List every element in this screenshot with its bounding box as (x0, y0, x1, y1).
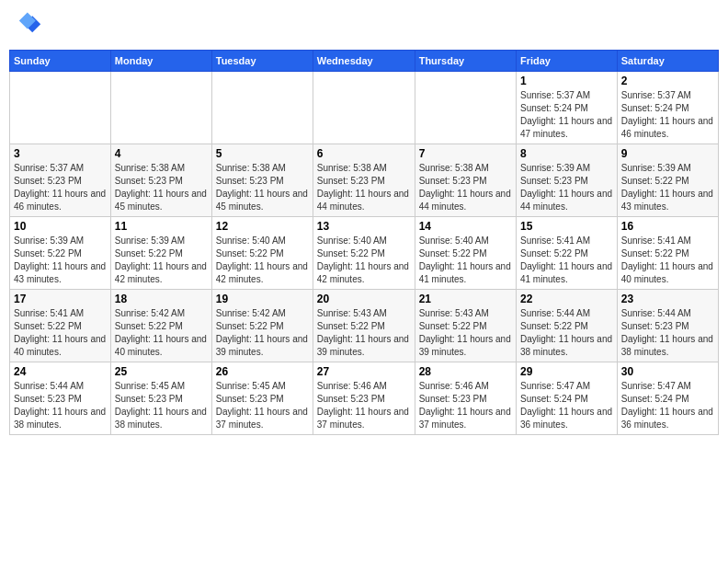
day-info: Sunrise: 5:41 AM Sunset: 5:22 PM Dayligh… (14, 307, 107, 359)
day-info: Sunrise: 5:41 AM Sunset: 5:22 PM Dayligh… (621, 235, 714, 286)
week-row-0: 1Sunrise: 5:37 AM Sunset: 5:24 PM Daylig… (10, 72, 719, 144)
day-number: 15 (520, 220, 613, 233)
calendar-cell (415, 72, 516, 144)
day-number: 1 (520, 75, 613, 87)
logo (9, 9, 46, 42)
day-number: 12 (216, 220, 309, 233)
day-number: 18 (115, 293, 208, 305)
calendar-header: SundayMondayTuesdayWednesdayThursdayFrid… (10, 51, 719, 72)
header-day-saturday: Saturday (617, 51, 718, 72)
day-info: Sunrise: 5:45 AM Sunset: 5:23 PM Dayligh… (115, 380, 208, 431)
day-number: 26 (216, 365, 309, 378)
day-number: 16 (621, 220, 714, 233)
calendar-cell: 8Sunrise: 5:39 AM Sunset: 5:23 PM Daylig… (516, 144, 617, 217)
day-number: 22 (520, 293, 613, 305)
header-row: SundayMondayTuesdayWednesdayThursdayFrid… (10, 51, 719, 72)
day-info: Sunrise: 5:44 AM Sunset: 5:23 PM Dayligh… (14, 380, 107, 431)
day-number: 24 (14, 365, 107, 378)
day-number: 10 (14, 220, 107, 233)
calendar-cell: 5Sunrise: 5:38 AM Sunset: 5:23 PM Daylig… (211, 144, 313, 217)
day-info: Sunrise: 5:42 AM Sunset: 5:22 PM Dayligh… (216, 307, 309, 359)
page-header (9, 9, 719, 42)
calendar-cell: 26Sunrise: 5:45 AM Sunset: 5:23 PM Dayli… (211, 362, 313, 435)
calendar-cell: 13Sunrise: 5:40 AM Sunset: 5:22 PM Dayli… (313, 217, 415, 290)
day-number: 21 (419, 293, 512, 305)
day-info: Sunrise: 5:37 AM Sunset: 5:24 PM Dayligh… (520, 89, 613, 141)
day-info: Sunrise: 5:47 AM Sunset: 5:24 PM Dayligh… (621, 380, 714, 431)
day-number: 28 (419, 365, 512, 378)
calendar-cell: 4Sunrise: 5:38 AM Sunset: 5:23 PM Daylig… (110, 144, 211, 217)
header-day-tuesday: Tuesday (211, 51, 313, 72)
day-number: 5 (216, 147, 309, 160)
day-info: Sunrise: 5:45 AM Sunset: 5:23 PM Dayligh… (216, 380, 309, 431)
day-info: Sunrise: 5:44 AM Sunset: 5:22 PM Dayligh… (520, 307, 613, 359)
calendar-cell: 6Sunrise: 5:38 AM Sunset: 5:23 PM Daylig… (313, 144, 415, 217)
calendar-cell: 9Sunrise: 5:39 AM Sunset: 5:22 PM Daylig… (617, 144, 718, 217)
calendar-cell (211, 72, 313, 144)
calendar-cell: 12Sunrise: 5:40 AM Sunset: 5:22 PM Dayli… (211, 217, 313, 290)
day-info: Sunrise: 5:39 AM Sunset: 5:23 PM Dayligh… (520, 162, 613, 213)
day-number: 2 (621, 75, 714, 87)
day-number: 29 (520, 365, 613, 378)
calendar-cell: 24Sunrise: 5:44 AM Sunset: 5:23 PM Dayli… (10, 362, 111, 435)
day-info: Sunrise: 5:38 AM Sunset: 5:23 PM Dayligh… (419, 162, 512, 213)
day-info: Sunrise: 5:38 AM Sunset: 5:23 PM Dayligh… (115, 162, 208, 213)
day-info: Sunrise: 5:43 AM Sunset: 5:22 PM Dayligh… (317, 307, 411, 359)
calendar-cell: 23Sunrise: 5:44 AM Sunset: 5:23 PM Dayli… (617, 290, 718, 362)
day-info: Sunrise: 5:42 AM Sunset: 5:22 PM Dayligh… (115, 307, 208, 359)
day-number: 13 (317, 220, 411, 233)
day-number: 3 (14, 147, 107, 160)
day-info: Sunrise: 5:43 AM Sunset: 5:22 PM Dayligh… (419, 307, 512, 359)
day-info: Sunrise: 5:37 AM Sunset: 5:23 PM Dayligh… (14, 162, 107, 213)
calendar-cell: 18Sunrise: 5:42 AM Sunset: 5:22 PM Dayli… (110, 290, 211, 362)
day-number: 25 (115, 365, 208, 378)
day-number: 19 (216, 293, 309, 305)
day-info: Sunrise: 5:39 AM Sunset: 5:22 PM Dayligh… (14, 235, 107, 286)
calendar-cell: 17Sunrise: 5:41 AM Sunset: 5:22 PM Dayli… (10, 290, 111, 362)
header-day-thursday: Thursday (415, 51, 516, 72)
day-number: 17 (14, 293, 107, 305)
header-day-monday: Monday (110, 51, 211, 72)
calendar-cell: 21Sunrise: 5:43 AM Sunset: 5:22 PM Dayli… (415, 290, 516, 362)
day-info: Sunrise: 5:41 AM Sunset: 5:22 PM Dayligh… (520, 235, 613, 286)
day-number: 6 (317, 147, 411, 160)
header-day-friday: Friday (516, 51, 617, 72)
calendar-cell: 1Sunrise: 5:37 AM Sunset: 5:24 PM Daylig… (516, 72, 617, 144)
day-info: Sunrise: 5:46 AM Sunset: 5:23 PM Dayligh… (419, 380, 512, 431)
week-row-2: 10Sunrise: 5:39 AM Sunset: 5:22 PM Dayli… (10, 217, 719, 290)
day-number: 20 (317, 293, 411, 305)
day-info: Sunrise: 5:37 AM Sunset: 5:24 PM Dayligh… (621, 89, 714, 141)
day-info: Sunrise: 5:38 AM Sunset: 5:23 PM Dayligh… (216, 162, 309, 213)
day-info: Sunrise: 5:38 AM Sunset: 5:23 PM Dayligh… (317, 162, 411, 213)
day-number: 30 (621, 365, 714, 378)
week-row-4: 24Sunrise: 5:44 AM Sunset: 5:23 PM Dayli… (10, 362, 719, 435)
calendar-table: SundayMondayTuesdayWednesdayThursdayFrid… (9, 50, 719, 435)
calendar-cell (313, 72, 415, 144)
calendar-cell: 19Sunrise: 5:42 AM Sunset: 5:22 PM Dayli… (211, 290, 313, 362)
day-info: Sunrise: 5:39 AM Sunset: 5:22 PM Dayligh… (621, 162, 714, 213)
calendar-cell: 20Sunrise: 5:43 AM Sunset: 5:22 PM Dayli… (313, 290, 415, 362)
calendar-cell: 10Sunrise: 5:39 AM Sunset: 5:22 PM Dayli… (10, 217, 111, 290)
day-info: Sunrise: 5:44 AM Sunset: 5:23 PM Dayligh… (621, 307, 714, 359)
calendar-cell: 16Sunrise: 5:41 AM Sunset: 5:22 PM Dayli… (617, 217, 718, 290)
calendar-cell: 27Sunrise: 5:46 AM Sunset: 5:23 PM Dayli… (313, 362, 415, 435)
day-number: 11 (115, 220, 208, 233)
day-number: 8 (520, 147, 613, 160)
calendar-body: 1Sunrise: 5:37 AM Sunset: 5:24 PM Daylig… (10, 72, 719, 435)
day-info: Sunrise: 5:40 AM Sunset: 5:22 PM Dayligh… (419, 235, 512, 286)
day-info: Sunrise: 5:46 AM Sunset: 5:23 PM Dayligh… (317, 380, 411, 431)
day-info: Sunrise: 5:47 AM Sunset: 5:24 PM Dayligh… (520, 380, 613, 431)
calendar-cell: 28Sunrise: 5:46 AM Sunset: 5:23 PM Dayli… (415, 362, 516, 435)
day-info: Sunrise: 5:39 AM Sunset: 5:22 PM Dayligh… (115, 235, 208, 286)
calendar-cell: 15Sunrise: 5:41 AM Sunset: 5:22 PM Dayli… (516, 217, 617, 290)
header-day-wednesday: Wednesday (313, 51, 415, 72)
calendar-cell: 29Sunrise: 5:47 AM Sunset: 5:24 PM Dayli… (516, 362, 617, 435)
week-row-1: 3Sunrise: 5:37 AM Sunset: 5:23 PM Daylig… (10, 144, 719, 217)
day-number: 7 (419, 147, 512, 160)
calendar-cell: 30Sunrise: 5:47 AM Sunset: 5:24 PM Dayli… (617, 362, 718, 435)
day-number: 4 (115, 147, 208, 160)
day-info: Sunrise: 5:40 AM Sunset: 5:22 PM Dayligh… (317, 235, 411, 286)
logo-icon (9, 9, 42, 42)
day-number: 27 (317, 365, 411, 378)
week-row-3: 17Sunrise: 5:41 AM Sunset: 5:22 PM Dayli… (10, 290, 719, 362)
